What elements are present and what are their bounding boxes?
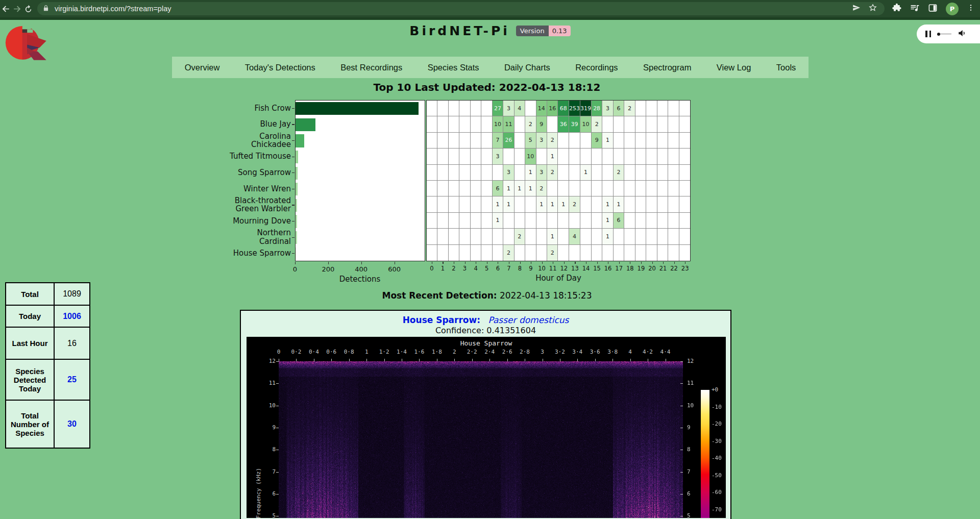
spectrogram-time-label: 0	[277, 349, 281, 355]
heatmap-x-tick-mark	[531, 262, 531, 264]
heatmap-cell	[471, 245, 481, 261]
heatmap-cell	[657, 181, 668, 196]
star-icon[interactable]	[868, 3, 877, 14]
colorbar-db-label: -10	[712, 404, 722, 410]
detection-confidence: Confidence: 0.41351604	[241, 326, 730, 335]
heatmap-cell	[657, 133, 668, 149]
menu-icon[interactable]	[967, 4, 975, 14]
heatmap-cell: 14	[536, 101, 547, 116]
nav-recordings[interactable]: Recordings	[575, 63, 618, 72]
sidebar-icon[interactable]	[928, 3, 938, 15]
nav-spectrogram[interactable]: Spectrogram	[643, 63, 691, 72]
heatmap-cell	[536, 229, 547, 244]
stats-label: Species Detected Today	[6, 359, 54, 400]
avatar[interactable]: P	[946, 3, 959, 15]
heatmap-cell	[668, 116, 679, 132]
extensions-icon[interactable]	[892, 3, 901, 15]
heatmap-cell	[449, 149, 459, 164]
detection-species-name[interactable]: House Sparrow:	[403, 315, 480, 325]
heatmap-cell	[503, 213, 514, 229]
nav-view-log[interactable]: View Log	[717, 63, 751, 72]
spectrogram-time-label: 2·4	[484, 349, 495, 355]
page-title: BirdNET-Pi	[409, 23, 510, 38]
heatmap-cell: 1	[602, 196, 613, 212]
spectrogram-time-tick	[366, 359, 367, 361]
heatmap-cell	[427, 101, 437, 116]
heatmap-cell	[481, 245, 492, 261]
heatmap-cell	[635, 229, 646, 244]
heatmap-x-tick-mark	[575, 262, 575, 264]
stats-value-text[interactable]: 30	[67, 419, 77, 428]
page-header: BirdNET-Pi Version 0.13	[0, 23, 980, 38]
url-bar[interactable]: virginia.birdnetpi.com/?stream=play	[37, 2, 885, 15]
bar-house-sparrow	[296, 248, 296, 260]
spectrogram-freq-label-left: 8	[262, 446, 276, 453]
heatmap-cell: 2	[624, 101, 635, 116]
send-icon[interactable]	[852, 3, 861, 14]
heatmap-cell	[657, 196, 668, 212]
heatmap-cell: 1	[493, 213, 503, 229]
spectrogram-time-tick	[419, 359, 420, 361]
x-tick-mark	[328, 262, 329, 264]
heatmap-cell: 1	[602, 133, 613, 149]
nav-best-recordings[interactable]: Best Recordings	[340, 63, 402, 72]
forward-icon[interactable]	[11, 1, 22, 16]
heatmap-cell	[437, 229, 448, 244]
heatmap-cell: 319	[580, 101, 592, 116]
heatmap-x-tick-mark	[498, 262, 498, 264]
stats-value-text[interactable]: 1006	[63, 312, 81, 320]
audio-player[interactable]	[917, 24, 980, 43]
nav-todays-detections[interactable]: Today's Detections	[245, 63, 315, 72]
back-icon[interactable]	[0, 1, 11, 16]
stats-value-text[interactable]: 25	[67, 375, 77, 384]
url-text[interactable]: virginia.birdnetpi.com/?stream=play	[55, 5, 852, 13]
spectrogram-time-label: 0·4	[309, 349, 319, 355]
pause-icon[interactable]	[925, 31, 931, 37]
bar-x-tick-label: 600	[388, 265, 401, 273]
spectrogram-freq-tick	[680, 516, 683, 516]
seek-bar[interactable]	[937, 33, 951, 36]
heatmap-cell	[635, 116, 646, 132]
heatmap-cell	[679, 245, 690, 261]
heatmap-cell	[679, 213, 690, 229]
spectrogram-freq-label-left: 10	[262, 402, 276, 409]
y-tick-mark	[292, 253, 295, 254]
heatmap-cell	[679, 101, 690, 116]
heatmap-cell	[558, 181, 569, 196]
media-playlist-icon[interactable]	[910, 3, 920, 15]
heatmap-cell	[635, 165, 646, 181]
nav-daily-charts[interactable]: Daily Charts	[504, 63, 550, 72]
heatmap-cell	[437, 133, 448, 149]
nav-tools[interactable]: Tools	[776, 63, 796, 72]
heatmap-cell	[580, 245, 592, 261]
reload-icon[interactable]	[23, 1, 34, 16]
spectrogram-time-label: 4·2	[643, 349, 653, 355]
heatmap-cell: 26	[503, 133, 514, 149]
spectrogram-freq-tick	[276, 383, 279, 384]
heatmap-cell: 6	[614, 213, 624, 229]
heatmap-hour-label: 5	[485, 265, 488, 272]
most-recent-label: Most Recent Detection:	[382, 290, 497, 301]
spectrogram-time-label: 1	[365, 349, 369, 355]
speaker-icon[interactable]	[958, 29, 967, 40]
heatmap-cell	[635, 181, 646, 196]
heatmap-x-tick-mark	[520, 262, 521, 264]
nav-overview[interactable]: Overview	[185, 63, 220, 72]
heatmap-cell	[646, 213, 657, 229]
bar-chart-category-label: Black-throatedGreen Warbler	[197, 196, 291, 213]
heatmap-cell	[481, 196, 492, 212]
nav-species-stats[interactable]: Species Stats	[428, 63, 479, 72]
detection-species-line: House Sparrow: Passer domesticus	[241, 315, 730, 325]
heatmap-cell	[602, 116, 613, 132]
spectrogram-time-label: 0·8	[344, 349, 354, 355]
heatmap-hour-label: 22	[670, 265, 678, 272]
heatmap-hour-label: 20	[648, 265, 656, 272]
spectrogram-freq-label-right: 6	[687, 490, 700, 497]
heatmap-cell	[493, 165, 503, 181]
heatmap-cell	[525, 213, 536, 229]
heatmap-cell	[471, 196, 481, 212]
heatmap-cell: 2	[547, 133, 558, 149]
heatmap-cell	[668, 181, 679, 196]
spectrogram-time-tick	[296, 359, 297, 361]
heatmap-cell	[624, 165, 635, 181]
